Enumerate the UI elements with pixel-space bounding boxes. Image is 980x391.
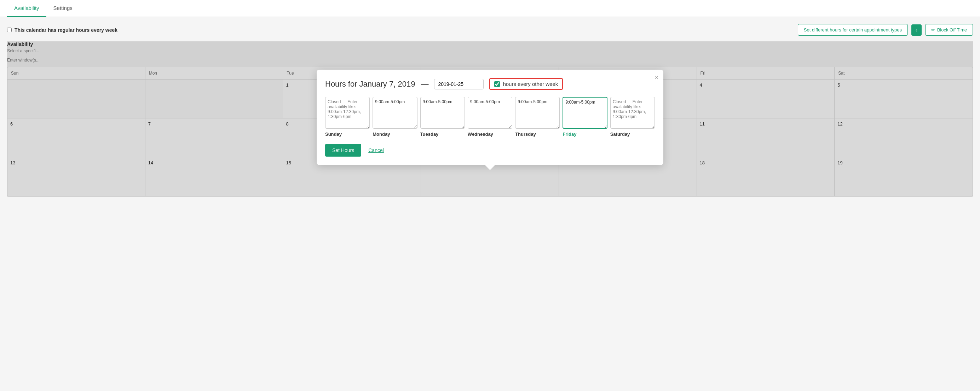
set-different-hours-label: Set different hours for certain appointm… [804, 27, 902, 33]
thursday-label: Thursday [515, 130, 560, 137]
modal-overlay: × Hours for January 7, 2019 — hours ever… [7, 41, 973, 196]
saturday-label: Saturday [610, 130, 655, 137]
modal-date-input[interactable] [434, 79, 484, 89]
wednesday-textarea[interactable]: 9:00am-5:00pm [468, 97, 512, 129]
day-col-thursday: 9:00am-5:00pm Thursday [515, 97, 560, 137]
monday-textarea[interactable]: 9:00am-5:00pm [372, 97, 417, 129]
dash-separator: — [421, 79, 428, 89]
regular-hours-text: This calendar has regular hours every we… [14, 27, 118, 33]
regular-hours-label[interactable]: This calendar has regular hours every we… [7, 27, 118, 33]
sunday-label: Sunday [325, 130, 370, 137]
day-col-sunday: Sunday [325, 97, 370, 137]
tuesday-label: Tuesday [420, 130, 465, 137]
tab-settings[interactable]: Settings [46, 0, 80, 17]
modal-caret [485, 165, 495, 170]
modal-checkbox-row: hours every other week [489, 78, 563, 90]
modal-close-button[interactable]: × [654, 74, 659, 81]
tuesday-textarea[interactable]: 9:00am-5:00pm [420, 97, 465, 129]
thursday-textarea[interactable]: 9:00am-5:00pm [515, 97, 560, 129]
saturday-textarea[interactable] [610, 97, 655, 129]
wednesday-label: Wednesday [468, 130, 512, 137]
monday-label: Monday [372, 130, 417, 137]
set-different-hours-button[interactable]: Set different hours for certain appointm… [798, 24, 908, 36]
day-col-friday: 9:00am-5:00pm Friday [563, 97, 607, 137]
tabs-bar: Availability Settings [0, 0, 980, 17]
day-col-monday: 9:00am-5:00pm Monday [372, 97, 417, 137]
day-col-saturday: Saturday [610, 97, 655, 137]
days-grid: Sunday 9:00am-5:00pm Monday 9:00am-5:00p… [325, 97, 655, 137]
cancel-button[interactable]: Cancel [368, 147, 384, 153]
block-off-time-label: Block Off Time [937, 27, 967, 33]
day-col-tuesday: 9:00am-5:00pm Tuesday [420, 97, 465, 137]
pencil-icon: ✏ [931, 27, 935, 33]
day-col-wednesday: 9:00am-5:00pm Wednesday [468, 97, 512, 137]
friday-label: Friday [563, 130, 607, 137]
regular-hours-checkbox[interactable] [7, 28, 12, 32]
other-week-checkbox[interactable] [494, 81, 500, 87]
modal-header: Hours for January 7, 2019 — hours every … [325, 78, 655, 90]
modal-title: Hours for January 7, 2019 [325, 79, 415, 89]
sunday-textarea[interactable] [325, 97, 370, 129]
modal-footer: Set Hours Cancel [325, 144, 655, 157]
top-row: This calendar has regular hours every we… [7, 24, 973, 36]
tab-availability[interactable]: Availability [7, 0, 46, 17]
friday-textarea[interactable]: 9:00am-5:00pm [563, 97, 607, 129]
other-week-label: hours every other week [503, 81, 558, 87]
set-hours-button[interactable]: Set Hours [325, 144, 361, 157]
block-off-time-button[interactable]: ✏ Block Off Time [925, 24, 973, 36]
main-content: This calendar has regular hours every we… [0, 17, 980, 204]
hours-modal: × Hours for January 7, 2019 — hours ever… [317, 70, 663, 165]
chevron-left-icon[interactable]: ‹ [912, 24, 922, 36]
top-buttons: Set different hours for certain appointm… [798, 24, 973, 36]
